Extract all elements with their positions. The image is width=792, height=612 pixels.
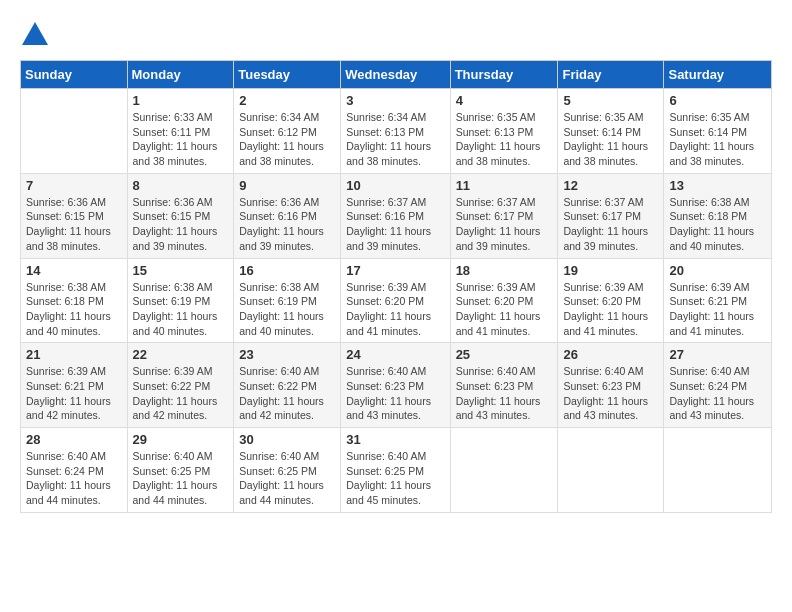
day-number: 17 — [346, 263, 444, 278]
calendar-cell: 31Sunrise: 6:40 AM Sunset: 6:25 PM Dayli… — [341, 428, 450, 513]
day-info: Sunrise: 6:34 AM Sunset: 6:13 PM Dayligh… — [346, 110, 444, 169]
calendar-week-row: 14Sunrise: 6:38 AM Sunset: 6:18 PM Dayli… — [21, 258, 772, 343]
calendar-cell — [558, 428, 664, 513]
weekday-header: Sunday — [21, 61, 128, 89]
calendar-cell: 19Sunrise: 6:39 AM Sunset: 6:20 PM Dayli… — [558, 258, 664, 343]
calendar-cell — [21, 89, 128, 174]
calendar-week-row: 21Sunrise: 6:39 AM Sunset: 6:21 PM Dayli… — [21, 343, 772, 428]
calendar-cell: 22Sunrise: 6:39 AM Sunset: 6:22 PM Dayli… — [127, 343, 234, 428]
calendar-cell: 16Sunrise: 6:38 AM Sunset: 6:19 PM Dayli… — [234, 258, 341, 343]
day-number: 30 — [239, 432, 335, 447]
calendar-week-row: 7Sunrise: 6:36 AM Sunset: 6:15 PM Daylig… — [21, 173, 772, 258]
weekday-header: Thursday — [450, 61, 558, 89]
calendar-cell: 2Sunrise: 6:34 AM Sunset: 6:12 PM Daylig… — [234, 89, 341, 174]
day-info: Sunrise: 6:37 AM Sunset: 6:17 PM Dayligh… — [563, 195, 658, 254]
days-of-week-row: SundayMondayTuesdayWednesdayThursdayFrid… — [21, 61, 772, 89]
day-info: Sunrise: 6:39 AM Sunset: 6:21 PM Dayligh… — [26, 364, 122, 423]
day-number: 5 — [563, 93, 658, 108]
page-header — [20, 20, 772, 50]
day-number: 25 — [456, 347, 553, 362]
day-number: 16 — [239, 263, 335, 278]
day-info: Sunrise: 6:40 AM Sunset: 6:25 PM Dayligh… — [133, 449, 229, 508]
day-number: 28 — [26, 432, 122, 447]
calendar-table: SundayMondayTuesdayWednesdayThursdayFrid… — [20, 60, 772, 513]
calendar-cell: 12Sunrise: 6:37 AM Sunset: 6:17 PM Dayli… — [558, 173, 664, 258]
calendar-cell: 25Sunrise: 6:40 AM Sunset: 6:23 PM Dayli… — [450, 343, 558, 428]
day-info: Sunrise: 6:38 AM Sunset: 6:19 PM Dayligh… — [133, 280, 229, 339]
calendar-week-row: 1Sunrise: 6:33 AM Sunset: 6:11 PM Daylig… — [21, 89, 772, 174]
day-info: Sunrise: 6:40 AM Sunset: 6:24 PM Dayligh… — [26, 449, 122, 508]
calendar-cell: 27Sunrise: 6:40 AM Sunset: 6:24 PM Dayli… — [664, 343, 772, 428]
day-number: 19 — [563, 263, 658, 278]
day-number: 21 — [26, 347, 122, 362]
logo — [20, 20, 54, 50]
day-number: 24 — [346, 347, 444, 362]
calendar-cell: 17Sunrise: 6:39 AM Sunset: 6:20 PM Dayli… — [341, 258, 450, 343]
day-info: Sunrise: 6:38 AM Sunset: 6:18 PM Dayligh… — [26, 280, 122, 339]
calendar-cell: 1Sunrise: 6:33 AM Sunset: 6:11 PM Daylig… — [127, 89, 234, 174]
day-number: 22 — [133, 347, 229, 362]
day-info: Sunrise: 6:40 AM Sunset: 6:24 PM Dayligh… — [669, 364, 766, 423]
day-number: 14 — [26, 263, 122, 278]
day-info: Sunrise: 6:37 AM Sunset: 6:17 PM Dayligh… — [456, 195, 553, 254]
day-info: Sunrise: 6:36 AM Sunset: 6:16 PM Dayligh… — [239, 195, 335, 254]
day-info: Sunrise: 6:34 AM Sunset: 6:12 PM Dayligh… — [239, 110, 335, 169]
day-info: Sunrise: 6:39 AM Sunset: 6:20 PM Dayligh… — [456, 280, 553, 339]
day-number: 12 — [563, 178, 658, 193]
calendar-cell: 9Sunrise: 6:36 AM Sunset: 6:16 PM Daylig… — [234, 173, 341, 258]
day-info: Sunrise: 6:35 AM Sunset: 6:14 PM Dayligh… — [669, 110, 766, 169]
calendar-cell: 13Sunrise: 6:38 AM Sunset: 6:18 PM Dayli… — [664, 173, 772, 258]
calendar-cell: 14Sunrise: 6:38 AM Sunset: 6:18 PM Dayli… — [21, 258, 128, 343]
day-number: 1 — [133, 93, 229, 108]
day-info: Sunrise: 6:39 AM Sunset: 6:20 PM Dayligh… — [563, 280, 658, 339]
day-info: Sunrise: 6:36 AM Sunset: 6:15 PM Dayligh… — [133, 195, 229, 254]
day-number: 4 — [456, 93, 553, 108]
calendar-cell: 24Sunrise: 6:40 AM Sunset: 6:23 PM Dayli… — [341, 343, 450, 428]
day-info: Sunrise: 6:39 AM Sunset: 6:22 PM Dayligh… — [133, 364, 229, 423]
day-info: Sunrise: 6:40 AM Sunset: 6:22 PM Dayligh… — [239, 364, 335, 423]
day-number: 7 — [26, 178, 122, 193]
day-number: 11 — [456, 178, 553, 193]
weekday-header: Friday — [558, 61, 664, 89]
svg-marker-0 — [22, 22, 48, 45]
day-info: Sunrise: 6:33 AM Sunset: 6:11 PM Dayligh… — [133, 110, 229, 169]
day-number: 26 — [563, 347, 658, 362]
day-number: 3 — [346, 93, 444, 108]
calendar-cell: 28Sunrise: 6:40 AM Sunset: 6:24 PM Dayli… — [21, 428, 128, 513]
day-info: Sunrise: 6:36 AM Sunset: 6:15 PM Dayligh… — [26, 195, 122, 254]
calendar-cell: 23Sunrise: 6:40 AM Sunset: 6:22 PM Dayli… — [234, 343, 341, 428]
day-number: 9 — [239, 178, 335, 193]
day-number: 8 — [133, 178, 229, 193]
day-info: Sunrise: 6:35 AM Sunset: 6:13 PM Dayligh… — [456, 110, 553, 169]
calendar-cell: 7Sunrise: 6:36 AM Sunset: 6:15 PM Daylig… — [21, 173, 128, 258]
calendar-cell: 26Sunrise: 6:40 AM Sunset: 6:23 PM Dayli… — [558, 343, 664, 428]
day-number: 13 — [669, 178, 766, 193]
day-number: 10 — [346, 178, 444, 193]
day-info: Sunrise: 6:37 AM Sunset: 6:16 PM Dayligh… — [346, 195, 444, 254]
logo-icon — [20, 20, 50, 50]
calendar-body: 1Sunrise: 6:33 AM Sunset: 6:11 PM Daylig… — [21, 89, 772, 513]
day-info: Sunrise: 6:39 AM Sunset: 6:21 PM Dayligh… — [669, 280, 766, 339]
calendar-cell: 30Sunrise: 6:40 AM Sunset: 6:25 PM Dayli… — [234, 428, 341, 513]
weekday-header: Tuesday — [234, 61, 341, 89]
calendar-header: SundayMondayTuesdayWednesdayThursdayFrid… — [21, 61, 772, 89]
calendar-cell: 10Sunrise: 6:37 AM Sunset: 6:16 PM Dayli… — [341, 173, 450, 258]
calendar-cell: 18Sunrise: 6:39 AM Sunset: 6:20 PM Dayli… — [450, 258, 558, 343]
calendar-cell — [664, 428, 772, 513]
calendar-cell: 6Sunrise: 6:35 AM Sunset: 6:14 PM Daylig… — [664, 89, 772, 174]
calendar-cell: 3Sunrise: 6:34 AM Sunset: 6:13 PM Daylig… — [341, 89, 450, 174]
calendar-cell: 11Sunrise: 6:37 AM Sunset: 6:17 PM Dayli… — [450, 173, 558, 258]
day-info: Sunrise: 6:39 AM Sunset: 6:20 PM Dayligh… — [346, 280, 444, 339]
day-info: Sunrise: 6:40 AM Sunset: 6:23 PM Dayligh… — [563, 364, 658, 423]
calendar-cell: 4Sunrise: 6:35 AM Sunset: 6:13 PM Daylig… — [450, 89, 558, 174]
day-number: 20 — [669, 263, 766, 278]
calendar-cell: 8Sunrise: 6:36 AM Sunset: 6:15 PM Daylig… — [127, 173, 234, 258]
day-number: 31 — [346, 432, 444, 447]
calendar-cell: 20Sunrise: 6:39 AM Sunset: 6:21 PM Dayli… — [664, 258, 772, 343]
calendar-cell — [450, 428, 558, 513]
day-info: Sunrise: 6:35 AM Sunset: 6:14 PM Dayligh… — [563, 110, 658, 169]
calendar-week-row: 28Sunrise: 6:40 AM Sunset: 6:24 PM Dayli… — [21, 428, 772, 513]
day-info: Sunrise: 6:38 AM Sunset: 6:19 PM Dayligh… — [239, 280, 335, 339]
weekday-header: Wednesday — [341, 61, 450, 89]
day-info: Sunrise: 6:38 AM Sunset: 6:18 PM Dayligh… — [669, 195, 766, 254]
